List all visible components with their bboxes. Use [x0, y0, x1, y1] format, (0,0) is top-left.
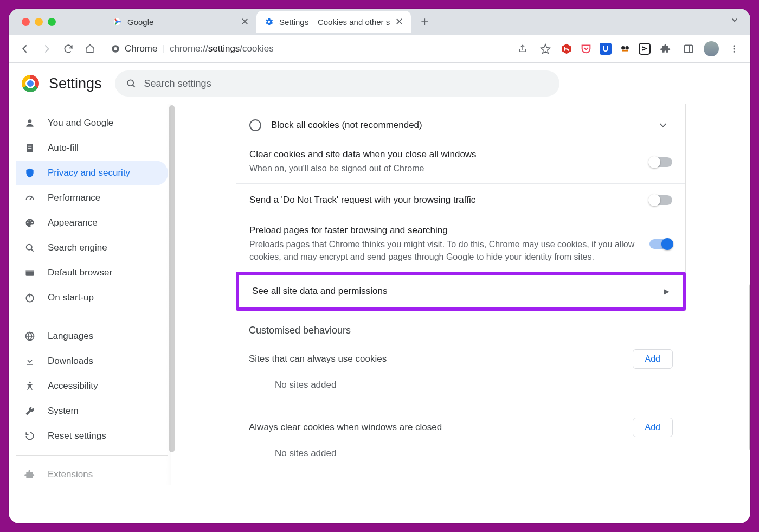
- power-icon: [24, 292, 36, 303]
- close-tab-icon[interactable]: ✕: [241, 17, 249, 27]
- settings-main: Block all cookies (not recommended) Clea…: [171, 104, 750, 523]
- nav-system[interactable]: System: [16, 399, 168, 424]
- svg-point-3: [114, 47, 117, 50]
- extension-pocket-icon[interactable]: [580, 43, 592, 55]
- svg-point-21: [27, 245, 32, 250]
- home-button[interactable]: [82, 41, 98, 56]
- close-window-button[interactable]: [22, 18, 30, 26]
- download-icon: [24, 356, 36, 367]
- svg-rect-15: [28, 146, 32, 147]
- window-controls: [22, 18, 105, 26]
- autofill-icon: [24, 143, 36, 153]
- tab-google[interactable]: Google ✕: [105, 11, 256, 33]
- nav-performance[interactable]: Performance: [16, 185, 168, 210]
- tab-strip: Google ✕ Settings – Cookies and other s …: [9, 9, 750, 35]
- tabs-dropdown-icon[interactable]: [730, 15, 739, 25]
- nav-appearance[interactable]: Appearance: [16, 210, 168, 235]
- extension-privacy-icon[interactable]: [619, 43, 631, 55]
- section-heading: Customised behaviours: [236, 311, 686, 338]
- svg-point-10: [734, 48, 735, 49]
- row-see-all-site-data[interactable]: See all site data and permissions ▶: [239, 275, 683, 307]
- svg-rect-16: [28, 148, 32, 149]
- nav-accessibility[interactable]: Accessibility: [16, 374, 168, 399]
- radio-unchecked-icon[interactable]: [249, 119, 261, 131]
- empty-state-text: No sites added: [249, 437, 673, 473]
- address-bar[interactable]: Chrome | chrome://settings/cookies: [104, 39, 509, 59]
- reset-icon: [24, 431, 36, 441]
- nav-on-startup[interactable]: On start-up: [16, 285, 168, 310]
- chrome-scheme-icon: [111, 44, 120, 54]
- accessibility-icon: [24, 381, 36, 392]
- tab-title: Settings – Cookies and other s: [279, 17, 390, 27]
- search-settings-input[interactable]: Search settings: [115, 70, 559, 97]
- nav-default-browser[interactable]: Default browser: [16, 260, 168, 285]
- nav-privacy-security[interactable]: Privacy and security: [16, 161, 168, 185]
- forward-button[interactable]: [39, 41, 54, 56]
- block-always-allow: Sites that can always use cookies Add No…: [236, 338, 686, 407]
- svg-point-17: [27, 222, 28, 223]
- svg-rect-7: [622, 49, 628, 51]
- google-favicon-icon: [112, 17, 122, 27]
- nav-languages[interactable]: Languages: [16, 324, 168, 349]
- settings-header: Settings Search settings: [9, 63, 750, 104]
- svg-point-19: [30, 220, 31, 221]
- svg-point-20: [31, 222, 33, 223]
- extensions-button[interactable]: [658, 41, 673, 56]
- minimize-window-button[interactable]: [35, 18, 43, 26]
- extension-send-icon[interactable]: [639, 43, 651, 55]
- reload-button[interactable]: [61, 41, 76, 56]
- toolbar-actions: U: [515, 41, 742, 56]
- nav-extensions[interactable]: Extensions: [16, 462, 168, 487]
- svg-point-1: [116, 21, 119, 23]
- add-clear-on-close-button[interactable]: Add: [633, 418, 673, 437]
- svg-point-9: [734, 45, 735, 47]
- maximize-window-button[interactable]: [48, 18, 56, 26]
- back-button[interactable]: [17, 41, 33, 56]
- chrome-chip-label: Chrome: [125, 43, 157, 54]
- nav-autofill[interactable]: Auto-fill: [16, 136, 168, 161]
- nav-you-and-google[interactable]: You and Google: [16, 111, 168, 136]
- nav-reset[interactable]: Reset settings: [16, 424, 168, 448]
- sidepanel-button[interactable]: [681, 41, 696, 56]
- extension-bitwarden-icon[interactable]: U: [600, 43, 612, 55]
- bookmark-button[interactable]: [538, 41, 553, 56]
- svg-rect-23: [26, 270, 34, 271]
- palette-icon: [24, 217, 36, 228]
- browser-icon: [24, 267, 36, 278]
- settings-page: Settings Search settings You and Google …: [9, 63, 750, 523]
- chrome-menu-button[interactable]: [726, 41, 742, 56]
- close-tab-icon[interactable]: ✕: [395, 17, 403, 27]
- speedometer-icon: [24, 193, 36, 203]
- svg-point-5: [621, 46, 625, 49]
- svg-point-12: [127, 80, 133, 86]
- extension-adblock-icon[interactable]: [561, 43, 573, 55]
- new-tab-button[interactable]: +: [415, 12, 434, 31]
- share-button[interactable]: [515, 41, 530, 56]
- chrome-logo-icon: [22, 75, 39, 92]
- nav-search-engine[interactable]: Search engine: [16, 235, 168, 260]
- svg-rect-8: [685, 45, 693, 52]
- expand-icon[interactable]: [654, 119, 672, 131]
- nav-downloads[interactable]: Downloads: [16, 349, 168, 374]
- svg-point-13: [28, 119, 32, 123]
- toggle-clear-on-close[interactable]: [649, 157, 672, 167]
- shield-icon: [24, 168, 36, 178]
- profile-avatar[interactable]: [704, 41, 719, 56]
- add-always-allow-button[interactable]: Add: [633, 349, 673, 369]
- main-scrollbar[interactable]: [749, 283, 750, 451]
- search-placeholder: Search settings: [144, 78, 211, 89]
- settings-sidebar: You and Google Auto-fill Privacy and sec…: [9, 104, 171, 523]
- row-block-all-cookies[interactable]: Block all cookies (not recommended): [236, 104, 685, 140]
- browser-toolbar: Chrome | chrome://settings/cookies U: [9, 35, 750, 63]
- toggle-preload[interactable]: [649, 239, 672, 249]
- search-icon: [126, 78, 137, 89]
- puzzle-icon: [24, 469, 36, 480]
- svg-point-6: [625, 46, 628, 49]
- wrench-icon: [24, 406, 36, 416]
- browser-window: Google ✕ Settings – Cookies and other s …: [9, 9, 750, 523]
- svg-point-26: [29, 382, 30, 383]
- tab-settings[interactable]: Settings – Cookies and other s ✕: [256, 11, 411, 33]
- block-clear-on-close-sites: Always clear cookies when windows are cl…: [236, 407, 686, 475]
- empty-state-text: No sites added: [249, 369, 673, 405]
- toggle-dnt[interactable]: [649, 195, 672, 205]
